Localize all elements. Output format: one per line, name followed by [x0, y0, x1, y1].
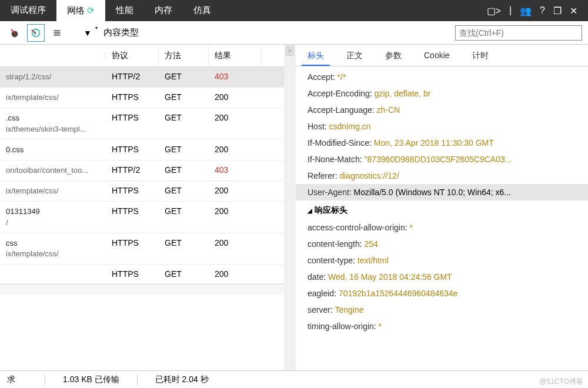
horizontal-scrollbar[interactable]: [0, 284, 284, 295]
subtab-2[interactable]: 参数: [379, 47, 407, 66]
help-icon[interactable]: ?: [540, 5, 545, 16]
table-row[interactable]: cssix/template/css/HTTPSGET200: [0, 233, 284, 265]
header-line[interactable]: User-Agent: Mozilla/5.0 (Windows NT 10.0…: [296, 184, 588, 200]
col-protocol[interactable]: 协议: [106, 46, 159, 66]
details-pane: 标头正文参数Cookie计时 Accept: */*Accept-Encodin…: [296, 45, 588, 370]
header-line[interactable]: Accept-Encoding: gzip, deflate, br: [296, 85, 588, 102]
header-line[interactable]: access-control-allow-origin: *: [296, 219, 588, 236]
subtab-4[interactable]: 计时: [466, 47, 495, 66]
content: 协议 方法 结果 strap/1.2/css/HTTP/2GET403ix/te…: [0, 45, 588, 370]
header-line[interactable]: Host: csdnimg.cn: [296, 118, 588, 135]
tab-仿真[interactable]: 仿真: [183, 0, 222, 21]
tab-调试程序[interactable]: 调试程序: [0, 0, 56, 21]
table-row[interactable]: ix/template/css/HTTPSGET200: [0, 88, 284, 108]
subtab-0[interactable]: 标头: [302, 47, 330, 66]
table-body[interactable]: strap/1.2/css/HTTP/2GET403ix/template/cs…: [0, 67, 284, 284]
top-icons: ▢> | 👥 ? ❐ ✕: [487, 5, 588, 16]
requests-table: 协议 方法 结果 strap/1.2/css/HTTP/2GET403ix/te…: [0, 45, 284, 370]
list-icon[interactable]: [48, 24, 66, 42]
expand-icon[interactable]: >: [286, 46, 294, 56]
status-time: 已耗时 2.04 秒: [155, 374, 226, 385]
main-tabs: 调试程序网络 ⟳性能内存仿真: [0, 0, 222, 21]
tab-内存[interactable]: 内存: [144, 0, 183, 21]
watermark: @51CTO博客: [539, 377, 583, 387]
table-row[interactable]: on/toolbar/content_too...HTTP/2GET403: [0, 160, 284, 181]
search-input[interactable]: [455, 25, 582, 41]
svg-point-0: [12, 31, 18, 37]
console-icon[interactable]: ▢>: [487, 5, 501, 16]
tab-网络[interactable]: 网络 ⟳: [56, 0, 105, 21]
col-name[interactable]: [0, 51, 106, 61]
header-line[interactable]: Accept: */*: [296, 69, 588, 85]
content-type-label[interactable]: 内容类型: [100, 27, 139, 38]
table-row[interactable]: HTTPSGET200: [0, 265, 284, 284]
col-method[interactable]: 方法: [159, 46, 209, 66]
table-row[interactable]: ix/template/css/HTTPSGET200: [0, 181, 284, 202]
divider-icon: |: [509, 5, 512, 16]
header-line[interactable]: eagleid: 70192b1a15264446960484634e: [296, 285, 588, 302]
detail-tabs: 标头正文参数Cookie计时: [296, 45, 588, 66]
header-line[interactable]: content-length: 254: [296, 236, 588, 252]
table-row[interactable]: .cssix/themes/skin3-templ...HTTPSGET200: [0, 108, 284, 139]
table-header: 协议 方法 结果: [0, 45, 284, 67]
table-row[interactable]: 01311349/HTTPSGET200: [0, 202, 284, 233]
header-line[interactable]: Accept-Language: zh-CN: [296, 102, 588, 118]
subtab-3[interactable]: Cookie: [418, 47, 456, 66]
header-line[interactable]: date: Wed, 16 May 2018 04:24:56 GMT: [296, 269, 588, 285]
response-section-header[interactable]: 响应标头: [296, 200, 588, 219]
subtab-1[interactable]: 正文: [340, 47, 369, 66]
undock-icon[interactable]: ❐: [553, 5, 562, 16]
table-row[interactable]: 0.cssHTTPSGET200: [0, 140, 284, 160]
header-line[interactable]: server: Tengine: [296, 302, 588, 318]
header-line[interactable]: content-type: text/html: [296, 252, 588, 269]
toolbar: ▼▾ 内容类型: [0, 21, 588, 45]
record-icon: ⟳: [87, 5, 95, 16]
header-line[interactable]: If-None-Match: "873960D988DD103C5F2605C9…: [296, 151, 588, 168]
header-line[interactable]: timing-allow-origin: *: [296, 318, 588, 335]
pane-divider[interactable]: >: [284, 45, 296, 370]
filter-icon[interactable]: ▼▾: [79, 24, 96, 42]
header-line[interactable]: If-Modified-Since: Mon, 23 Apr 2018 11:3…: [296, 135, 588, 151]
status-requests: 求: [7, 374, 45, 385]
status-bar: 求 1.03 KB 已传输 已耗时 2.04 秒: [0, 370, 588, 388]
tab-性能[interactable]: 性能: [105, 0, 144, 21]
status-transferred: 1.03 KB 已传输: [63, 374, 138, 385]
stop-record-icon[interactable]: [6, 24, 24, 42]
clear-session-icon[interactable]: [27, 24, 45, 42]
close-icon[interactable]: ✕: [570, 5, 577, 16]
top-bar: 调试程序网络 ⟳性能内存仿真 ▢> | 👥 ? ❐ ✕: [0, 0, 588, 21]
people-icon[interactable]: 👥: [520, 5, 532, 16]
headers-list[interactable]: Accept: */*Accept-Encoding: gzip, deflat…: [296, 66, 588, 370]
col-result[interactable]: 结果: [209, 46, 262, 66]
header-line[interactable]: Referer: diagnostics://12/: [296, 168, 588, 184]
table-row[interactable]: strap/1.2/css/HTTP/2GET403: [0, 67, 284, 88]
